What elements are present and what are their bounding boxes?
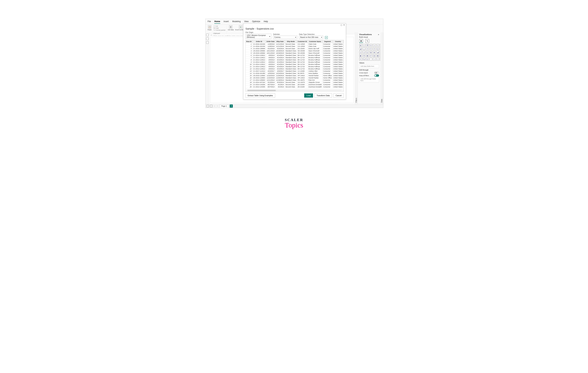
menu-help[interactable]: Help: [264, 20, 268, 24]
column-header[interactable]: Row ID: [246, 40, 252, 43]
visual-type-icon[interactable]: ◫: [377, 47, 379, 50]
visual-type-icon[interactable]: ▤: [373, 54, 376, 57]
file-origin-select[interactable]: 1252: Western European (Windows)▾: [245, 34, 271, 39]
paste-button[interactable]: 📋 Paste: [208, 25, 211, 31]
column-header[interactable]: City: [343, 40, 344, 43]
visual-type-icon[interactable]: ≣: [366, 44, 369, 47]
visual-type-icon[interactable]: ◫: [366, 51, 369, 54]
drillthrough-field-well[interactable]: Add drill-through fields here: [359, 77, 379, 82]
cancel-button[interactable]: Cancel: [333, 93, 344, 98]
report-view-icon[interactable]: [206, 34, 209, 36]
column-header[interactable]: Order Date: [266, 40, 275, 43]
data-pane-tab[interactable]: Data: [380, 32, 383, 104]
column-header[interactable]: Segment: [322, 40, 333, 43]
table-row[interactable]: 18CA-2014-1671645/13/20145/15/2014Second…: [246, 81, 344, 84]
menu-file[interactable]: File: [208, 20, 211, 24]
visual-type-icon[interactable]: ▦: [377, 54, 379, 57]
format-painter-button[interactable]: ✎ Format painter: [214, 29, 226, 31]
expand-pane-icon[interactable]: »: [378, 33, 379, 35]
column-header[interactable]: Ship Date: [275, 40, 285, 43]
table-row[interactable]: 15US-2015-11898311/22/201511/26/2015Stan…: [246, 75, 344, 77]
transform-data-button[interactable]: Transform Data: [315, 93, 332, 98]
menu-home[interactable]: Home: [214, 20, 220, 24]
table-row[interactable]: 16US-2015-11898311/22/201511/26/2015Stan…: [246, 77, 344, 79]
visual-type-icon[interactable]: R: [359, 58, 362, 61]
table-vertical-scroll[interactable]: Row IDOrder IDOrder DateShip DateShip Mo…: [246, 40, 344, 89]
visual-type-icon[interactable]: ▦: [366, 54, 369, 57]
table-row[interactable]: 11CA-2014-1158126/9/20146/14/2014Standar…: [246, 66, 344, 68]
table-row[interactable]: 5US-2015-10896610/11/201510/18/2015Stand…: [246, 52, 344, 54]
table-row[interactable]: 19CA-2014-1433368/27/20149/1/2014Second …: [246, 84, 344, 86]
cross-report-toggle[interactable]: Off: [374, 72, 379, 74]
visual-type-icon[interactable]: ◇: [373, 58, 376, 61]
menu-modeling[interactable]: Modeling: [232, 20, 241, 24]
cut-button[interactable]: ✂ Cut: [214, 25, 226, 27]
format-visual-mode-icon[interactable]: ✎: [365, 39, 369, 43]
visual-type-icon[interactable]: ◷: [363, 51, 365, 54]
mobile-layout-icon[interactable]: [210, 105, 212, 107]
table-row[interactable]: 3CA-2016-1386886/12/20166/16/2016Second …: [246, 48, 344, 50]
delimiter-select[interactable]: Comma▾: [273, 36, 297, 39]
visual-type-icon[interactable]: ≋: [366, 47, 369, 50]
column-header[interactable]: Order ID: [252, 40, 266, 43]
prev-page-button[interactable]: ‹: [213, 105, 215, 107]
data-type-detection-select[interactable]: Based on first 200 rows▾: [299, 36, 323, 39]
visual-type-icon[interactable]: ◫: [366, 58, 369, 61]
visual-type-icon[interactable]: ◴: [359, 51, 362, 54]
visual-type-icon[interactable]: ◐: [373, 51, 376, 54]
dialog-close-icon[interactable]: ✕: [343, 24, 345, 26]
values-field-well[interactable]: Add data fields here: [359, 65, 379, 68]
filters-pane-tab[interactable]: Filters: [355, 32, 358, 104]
visual-type-icon[interactable]: ⫼: [369, 47, 372, 50]
load-button[interactable]: Load: [304, 93, 313, 98]
table-row[interactable]: 4US-2015-10896610/11/201510/18/2015Stand…: [246, 50, 344, 52]
build-visual-mode-icon[interactable]: ▦: [359, 39, 363, 43]
refresh-preview-icon[interactable]: ⟳: [325, 36, 328, 39]
visual-type-icon[interactable]: ⫼: [373, 47, 376, 50]
visual-type-icon[interactable]: ⊞: [363, 54, 365, 57]
get-data-button[interactable]: 🛢 Get data: [228, 25, 234, 31]
menu-insert[interactable]: Insert: [224, 20, 229, 24]
keep-all-filters-toggle[interactable]: On: [374, 74, 379, 77]
menu-optimize[interactable]: Optimize: [252, 20, 260, 24]
next-page-button[interactable]: ›: [216, 105, 218, 107]
add-page-button[interactable]: +: [230, 105, 233, 108]
table-row[interactable]: 6CA-2014-1158126/9/20146/14/2014Standard…: [246, 54, 344, 56]
visual-type-icon[interactable]: ⫿: [363, 44, 365, 47]
page-tab-1[interactable]: Page 1: [220, 105, 229, 108]
visual-type-icon[interactable]: ◢: [359, 47, 362, 50]
menu-view[interactable]: View: [244, 20, 249, 24]
visual-type-icon[interactable]: ▣: [359, 54, 362, 57]
column-header[interactable]: Ship Mode: [285, 40, 297, 43]
table-row[interactable]: 10CA-2014-1158126/9/20146/14/2014Standar…: [246, 63, 344, 66]
table-row[interactable]: 9CA-2014-1158126/9/20146/14/2014Standard…: [246, 61, 344, 63]
table-row[interactable]: 12CA-2014-1158126/9/20146/14/2014Standar…: [246, 68, 344, 70]
column-header[interactable]: Country: [333, 40, 343, 43]
table-row[interactable]: 1CA-2016-15215611/8/201611/11/2016Second…: [246, 43, 344, 45]
table-row[interactable]: 20CA-2014-1433368/27/20149/1/2014Second …: [246, 86, 344, 88]
visual-type-icon[interactable]: ⫿: [377, 44, 379, 47]
table-row[interactable]: 13CA-2017-1144124/15/20174/20/2017Standa…: [246, 70, 344, 72]
table-row[interactable]: 14CA-2016-16138912/5/201612/10/2016Stand…: [246, 72, 344, 75]
table-horizontal-scrollbar[interactable]: ‹›: [246, 89, 344, 91]
visual-type-icon[interactable]: ⫼: [369, 44, 372, 47]
visual-type-icon[interactable]: ⫿: [373, 44, 376, 47]
table-view-icon[interactable]: [206, 38, 209, 40]
table-row[interactable]: 2CA-2016-15215611/8/201611/11/2016Second…: [246, 45, 344, 48]
table-row[interactable]: 7CA-2014-1158126/9/20146/14/2014Standard…: [246, 56, 344, 59]
copy-button[interactable]: ⧉ Copy: [214, 27, 226, 29]
dialog-maximize-icon[interactable]: ▢: [340, 24, 342, 26]
visual-type-icon[interactable]: ▥: [369, 51, 372, 54]
visual-type-icon[interactable]: ▥: [359, 44, 362, 47]
visual-type-icon[interactable]: Aᵇ: [369, 54, 372, 57]
table-row[interactable]: 8CA-2014-1158126/9/20146/14/2014Standard…: [246, 59, 344, 61]
table-row[interactable]: 17CA-2014-10589311/11/201411/18/2014Stan…: [246, 79, 344, 81]
column-header[interactable]: Customer Name: [308, 40, 322, 43]
visual-type-icon[interactable]: ◬: [363, 47, 365, 50]
desktop-layout-icon[interactable]: [207, 105, 209, 107]
model-view-icon[interactable]: [206, 41, 209, 44]
visual-type-icon[interactable]: ⋯: [369, 58, 372, 61]
visual-type-icon[interactable]: ◢: [377, 51, 379, 54]
column-header[interactable]: Customer ID: [297, 40, 308, 43]
visual-type-icon[interactable]: Py: [363, 58, 365, 61]
